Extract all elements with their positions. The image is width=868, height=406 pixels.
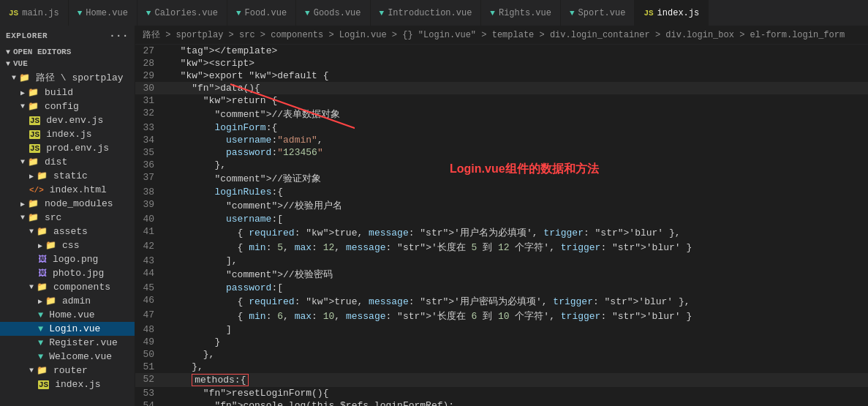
line-content: { required: "kw">true, message: "str">'用… — [166, 294, 868, 309]
line-content: "fn">data(){ — [166, 82, 868, 94]
tab-Goods-vue[interactable]: ▼Goods.vue — [296, 0, 370, 26]
sidebar-item-Register-vue[interactable]: ▼Register.vue — [0, 336, 135, 350]
sidebar-tree: ▼OPEN EDITORS▼VUE▼📁路径 \ sportplay▶📁build… — [0, 46, 135, 391]
line-content: }, — [166, 159, 868, 171]
item-label: Register.vue — [49, 337, 118, 348]
line-number: 42 — [135, 240, 166, 255]
line-number: 53 — [135, 387, 166, 399]
sidebar-item-Welcome-vue[interactable]: ▼Welcome.vue — [0, 350, 135, 364]
sidebar-item-index-html[interactable]: </>index.html — [0, 183, 135, 197]
line-content: "comment">//校验用户名 — [166, 198, 868, 213]
code-line-52: 52 methods:{ — [135, 373, 868, 387]
line-content: loginForm:{ — [166, 121, 868, 134]
line-number: 38 — [135, 186, 166, 198]
sidebar-item-prod-env-js[interactable]: JSprod.env.js — [0, 141, 135, 155]
tab-label: Calories.vue — [154, 8, 217, 18]
line-content: username:[ — [166, 213, 868, 225]
item-label: index.js — [55, 379, 100, 390]
item-label: Home.vue — [49, 309, 94, 320]
line-content: }, — [166, 348, 868, 361]
sidebar-item-index-js[interactable]: JSindex.js — [0, 377, 135, 391]
folder-arrow: ▼ — [20, 214, 25, 222]
folder-arrow: ▶ — [20, 200, 25, 208]
more-icon[interactable]: ··· — [109, 30, 129, 42]
arrow-icon: ▼ — [6, 48, 10, 56]
sidebar-item------sportplay[interactable]: ▼📁路径 \ sportplay — [0, 69, 135, 86]
breadcrumb: 路径 > sportplay > src > components > Logi… — [135, 26, 868, 45]
sidebar-item-Login-vue[interactable]: ▼Login.vue — [0, 322, 135, 336]
tab-label: Sport.vue — [578, 8, 626, 18]
sidebar-item-photo-jpg[interactable]: 🖼photo.jpg — [0, 266, 135, 280]
code-line-45: 45 password:[ — [135, 282, 868, 294]
code-line-33: 33 loginForm:{ — [135, 121, 868, 134]
code-table: 27 "tag"></template>28 "kw"><script>29 "… — [135, 45, 868, 406]
item-label: index.js — [46, 129, 91, 140]
sidebar-item-admin[interactable]: ▶📁admin — [0, 294, 135, 308]
line-content: methods:{ — [166, 373, 868, 387]
code-line-41: 41 { required: "kw">true, message: "str"… — [135, 225, 868, 240]
sidebar-item-node-modules[interactable]: ▶📁node_modules — [0, 197, 135, 211]
code-line-53: 53 "fn">resetLoginForm(){ — [135, 387, 868, 399]
item-label: admin — [62, 296, 91, 307]
tab-label: index.js — [657, 8, 700, 18]
line-content: } — [166, 336, 868, 348]
sidebar-item-static[interactable]: ▶📁static — [0, 169, 135, 183]
line-number: 29 — [135, 69, 166, 82]
line-content: "fn">resetLoginForm(){ — [166, 387, 868, 399]
tab-Introduction-vue[interactable]: ▼Introduction.vue — [371, 0, 482, 26]
code-line-38: 38 loginRules:{ — [135, 186, 868, 198]
sidebar-item-Home-vue[interactable]: ▼Home.vue — [0, 308, 135, 322]
sidebar-item-index-js[interactable]: JSindex.js — [0, 127, 135, 141]
line-number: 27 — [135, 45, 166, 57]
code-editor[interactable]: 27 "tag"></template>28 "kw"><script>29 "… — [135, 45, 868, 406]
tab-Home-vue[interactable]: ▼Home.vue — [69, 0, 137, 26]
sidebar-item-components[interactable]: ▼📁components — [0, 280, 135, 294]
sidebar-item-config[interactable]: ▼📁config — [0, 99, 135, 113]
tab-Calories-vue[interactable]: ▼Calories.vue — [137, 0, 227, 26]
code-line-34: 34 username:"admin", — [135, 134, 868, 146]
sidebar-item-assets[interactable]: ▼📁assets — [0, 225, 135, 238]
open-editors-section[interactable]: ▼OPEN EDITORS — [0, 46, 135, 58]
item-label: build — [45, 87, 73, 98]
sidebar-item-logo-png[interactable]: 🖼logo.png — [0, 252, 135, 266]
explorer-title: EXPLORER — [6, 31, 48, 40]
sidebar-item-src[interactable]: ▼📁src — [0, 211, 135, 225]
tab-main-js[interactable]: JSmain.js — [0, 0, 69, 26]
folder-arrow: ▼ — [12, 74, 16, 82]
line-number: 30 — [135, 82, 166, 94]
sidebar-item-dev-env-js[interactable]: JSdev.env.js — [0, 113, 135, 127]
sidebar-item-router[interactable]: ▼📁router — [0, 364, 135, 377]
tab-Rights-vue[interactable]: ▼Rights.vue — [481, 0, 561, 26]
line-content: }, — [166, 361, 868, 373]
vue-section[interactable]: ▼VUE — [0, 58, 135, 69]
code-line-51: 51 }, — [135, 361, 868, 373]
js-icon: JS — [644, 8, 653, 18]
explorer-actions: ··· — [109, 30, 129, 42]
sidebar-item-css[interactable]: ▶📁css — [0, 238, 135, 252]
line-content: ] — [166, 323, 868, 336]
item-label: photo.jpg — [53, 268, 104, 279]
tab-Food-vue[interactable]: ▼Food.vue — [227, 0, 296, 26]
sidebar-item-build[interactable]: ▶📁build — [0, 86, 135, 99]
folder-arrow: ▶ — [38, 297, 42, 306]
tab-index-js[interactable]: JSindex.js — [635, 0, 709, 26]
folder-arrow: ▶ — [20, 89, 25, 97]
item-label: index.html — [50, 184, 107, 195]
code-line-50: 50 }, — [135, 348, 868, 361]
tab-Sport-vue[interactable]: ▼Sport.vue — [561, 0, 635, 26]
line-number: 54 — [135, 399, 166, 406]
code-line-44: 44 "comment">//校验密码 — [135, 267, 868, 282]
line-number: 34 — [135, 134, 166, 146]
tab-label: Rights.vue — [499, 8, 551, 18]
code-line-31: 31 "kw">return { — [135, 94, 868, 107]
sidebar: EXPLORER ··· ▼OPEN EDITORS▼VUE▼📁路径 \ spo… — [0, 26, 135, 406]
line-content: "fn">console.log(this.$refs.loginFormRef… — [166, 399, 868, 406]
sidebar-item-dist[interactable]: ▼📁dist — [0, 155, 135, 169]
open-editors-label: OPEN EDITORS — [13, 48, 71, 56]
item-label: css — [62, 240, 79, 251]
vue-icon: ▼ — [236, 8, 241, 18]
item-label: logo.png — [53, 254, 98, 265]
line-content: "comment">//表单数据对象 — [166, 107, 868, 121]
code-line-47: 47 { min: 6, max: 10, message: "str">'长度… — [135, 309, 868, 323]
vue-icon: ▼ — [305, 8, 310, 18]
